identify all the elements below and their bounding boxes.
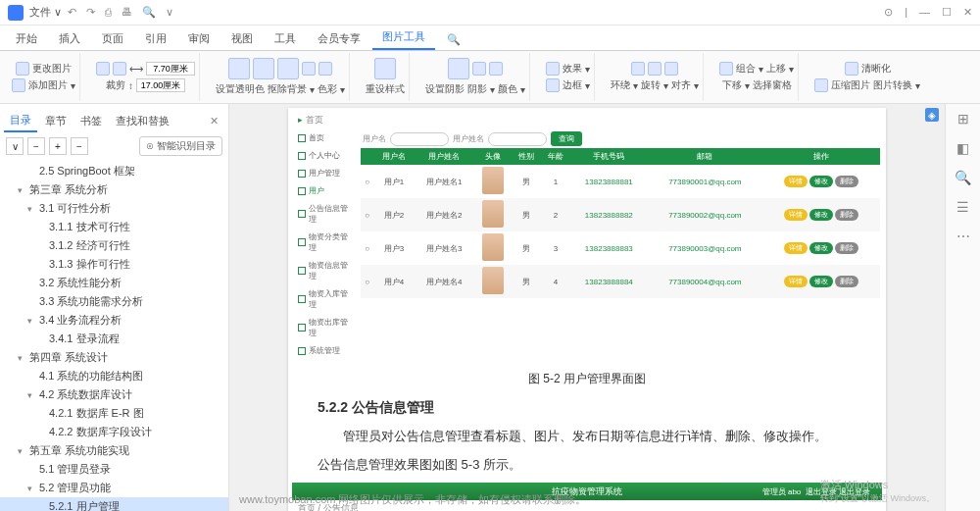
removebg-label: 抠除背景 [268,82,307,96]
group-button[interactable]: 组合▾ 上移▾ [719,62,794,76]
more-icon[interactable]: ⋯ [955,228,972,245]
toc-item[interactable]: ▾第三章 系统分析 [0,180,228,199]
tab-review[interactable]: 审阅 [178,27,220,50]
right-sidebar: ⊞ ◧ 🔍 ☰ ⋯ [945,104,980,511]
height-input[interactable] [136,78,185,92]
nav-location-icon[interactable]: ◈ [925,108,939,122]
redo-icon[interactable]: ↷ [86,6,95,19]
find-icon[interactable]: 🔍 [142,6,156,19]
search-icon[interactable]: 🔍 [437,29,470,50]
border-button[interactable]: 边框▾ [546,78,590,92]
rotate-icon[interactable] [648,62,662,76]
toc-item[interactable]: ▾3.1 可行性分析 [0,199,228,218]
search-panel-icon[interactable]: 🔍 [955,169,972,186]
crop-icon[interactable] [113,62,126,76]
contrast-icon[interactable] [318,62,332,76]
align-icon[interactable] [664,62,678,76]
help-icon[interactable]: ⊙ [884,6,893,19]
outline-collapse-icon[interactable]: − [27,137,45,155]
chevron-down-icon[interactable]: ∨ [166,6,173,19]
toc-tree[interactable]: 2.5 SpringBoot 框架▾第三章 系统分析▾3.1 可行性分析3.1.… [0,160,228,511]
shadow-icon[interactable] [448,58,469,79]
ribbon-group-effect: 效果▾ 边框▾ [542,53,595,101]
remove-bg-icon[interactable] [253,58,274,79]
minimize-icon[interactable]: — [919,6,930,19]
print-icon[interactable]: ⎙ [105,6,112,19]
file-menu[interactable]: 文件 ∨ [29,5,62,20]
tab-start[interactable]: 开始 [6,27,47,50]
embed1-search-row: 用户名 用户姓名 查询 [361,129,880,148]
outline-add-icon[interactable]: + [49,137,67,155]
properties-icon[interactable]: ☰ [955,198,972,216]
toc-item[interactable]: ▾5.2 管理员功能 [0,479,228,497]
brightness-icon[interactable] [302,62,316,76]
tab-tools[interactable]: 工具 [265,27,306,50]
transparent-icon[interactable] [228,58,250,79]
undo-icon[interactable]: ↶ [68,6,76,19]
tab-member[interactable]: 会员专享 [308,27,370,50]
lock-icon[interactable] [96,62,110,76]
toc-item[interactable]: 4.2.2 数据库字段设计 [0,423,228,441]
toc-item[interactable]: ▾3.4 业务流程分析 [0,311,228,330]
toc-item[interactable]: 3.4.1 登录流程 [0,330,228,348]
close-icon[interactable]: ✕ [963,6,972,19]
outline-close-icon[interactable]: ✕ [204,115,224,128]
maximize-icon[interactable]: ☐ [942,6,952,19]
convert-button[interactable]: 图片转换 [873,78,912,92]
toc-item[interactable]: 3.2 系统性能分析 [0,274,228,292]
embed1-realname-input [488,132,547,146]
panel-toggle-icon[interactable]: ⊞ [955,110,972,128]
tab-insert[interactable]: 插入 [49,27,90,50]
wrap-icon[interactable] [631,62,645,76]
outline-tab-chapter[interactable]: 章节 [39,111,73,131]
ribbon-group-color: 设置透明色 抠除背景▾ 色彩▾ [212,53,350,101]
document-canvas[interactable]: ◈ ▸ 首页 首页个人中心用户管理用户公告信息管理物资分类管理物资信息管理物资入… [229,104,945,511]
windows-activate-notice: 激活 Windows转到"设置"以激活 Windows。 [820,478,935,505]
shadow-style-icon[interactable] [472,62,486,76]
toc-item[interactable]: ▾第四章 系统设计 [0,348,228,367]
shadow-label: 设置阴影 [425,82,465,96]
compress-button[interactable]: 压缩图片 图片转换▾ [814,78,920,92]
tab-picture-tools[interactable]: 图片工具 [372,26,435,50]
document-page: ▸ 首页 首页个人中心用户管理用户公告信息管理物资分类管理物资信息管理物资入库管… [288,108,886,511]
toc-item[interactable]: 2.5 SpringBoot 框架 [0,162,228,180]
reset-style-icon[interactable] [374,58,396,79]
smart-toc-button[interactable]: ⊙ 智能识别目录 [139,136,222,156]
change-picture-button[interactable]: 更改图片 [16,62,72,76]
toc-item[interactable]: 5.1 管理员登录 [0,460,228,479]
toc-item[interactable]: 3.1.2 经济可行性 [0,236,228,255]
window-titlebar: 文件 ∨ ↶ ↷ ⎙ 🖶 🔍 ∨ ⊙| — ☐ ✕ [0,0,980,26]
toc-item[interactable]: ▾第五章 系统功能实现 [0,441,228,460]
transparent-label: 设置透明色 [216,82,265,96]
add-picture-button[interactable]: 添加图片 ▾ [12,78,75,92]
outline-remove-icon[interactable]: − [71,137,88,155]
outline-tab-bookmark[interactable]: 书签 [74,111,108,131]
embedded-image-1[interactable]: ▸ 首页 首页个人中心用户管理用户公告信息管理物资分类管理物资信息管理物资入库管… [288,108,886,365]
shadow-color-icon[interactable] [489,62,503,76]
outline-expand-all-icon[interactable]: ∨ [6,137,24,155]
embed1-sidebar-item: 系统管理 [294,342,357,359]
tab-reference[interactable]: 引用 [135,27,176,50]
embed1-sidebar-item: 物资信息管理 [294,257,357,284]
toc-item[interactable]: 4.2.1 数据库 E-R 图 [0,404,228,423]
style-panel-icon[interactable]: ◧ [955,139,972,157]
embed1-sidebar: 首页个人中心用户管理用户公告信息管理物资分类管理物资信息管理物资入库管理物资出库… [292,128,359,361]
print-preview-icon[interactable]: 🖶 [122,6,132,19]
effect-button[interactable]: 效果▾ [546,62,590,76]
selection-pane-button[interactable]: 选择窗格 [753,78,792,92]
tab-view[interactable]: 视图 [221,27,263,50]
toc-item[interactable]: 3.3 系统功能需求分析 [0,292,228,311]
toc-item[interactable]: 5.2.1 用户管理 [0,497,228,511]
toc-item[interactable]: 4.1 系统的功能结构图 [0,367,228,385]
ribbon-group-size: ⟷ 裁剪 ↕ [92,53,200,101]
outline-tab-toc[interactable]: 目录 [4,110,37,132]
outline-tab-find[interactable]: 查找和替换 [110,111,175,131]
color-icon[interactable] [277,58,299,79]
toc-item[interactable]: ▾4.2 系统数据库设计 [0,385,228,404]
toc-item[interactable]: 3.1.1 技术可行性 [0,218,228,236]
sharpen-button[interactable]: 清晰化 [845,62,891,76]
tab-page[interactable]: 页面 [92,27,133,50]
width-input[interactable] [146,62,195,76]
toc-item[interactable]: 3.1.3 操作可行性 [0,255,228,274]
embed1-crumb: ▸ 首页 [292,112,882,128]
